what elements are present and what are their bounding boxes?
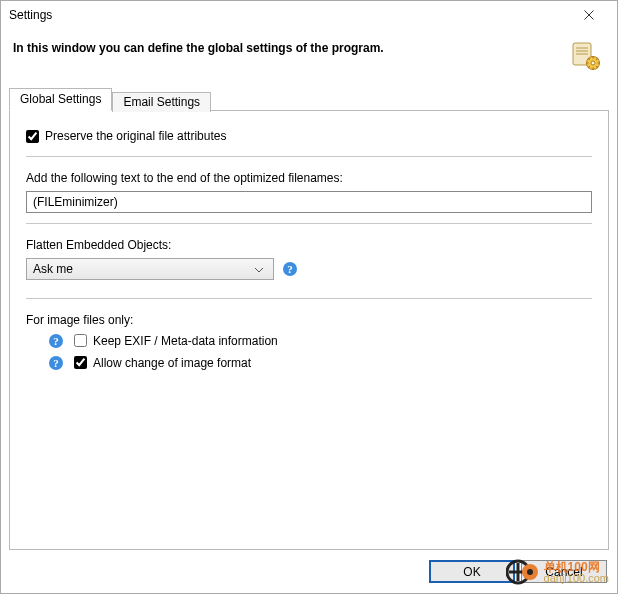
header-text: In this window you can define the global…: [13, 39, 569, 55]
divider: [26, 298, 592, 299]
tabs-region: Global Settings Email Settings Preserve …: [9, 89, 609, 550]
close-button[interactable]: [569, 3, 609, 27]
keep-exif-input[interactable]: [74, 334, 87, 347]
ok-button-label: OK: [463, 565, 480, 579]
ok-button[interactable]: OK: [429, 560, 515, 583]
cancel-button-label: Cancel: [545, 565, 582, 579]
svg-text:?: ?: [53, 335, 59, 347]
help-icon[interactable]: ?: [48, 355, 64, 371]
tab-global-settings[interactable]: Global Settings: [9, 88, 112, 111]
divider: [26, 223, 592, 224]
preserve-attributes-input[interactable]: [26, 130, 39, 143]
suffix-input[interactable]: [26, 191, 592, 213]
divider: [26, 156, 592, 157]
titlebar: Settings: [1, 1, 617, 29]
keep-exif-checkbox[interactable]: Keep EXIF / Meta-data information: [74, 334, 278, 348]
help-icon[interactable]: ?: [282, 261, 298, 277]
header: In this window you can define the global…: [1, 29, 617, 89]
keep-exif-label: Keep EXIF / Meta-data information: [93, 334, 278, 348]
suffix-label: Add the following text to the end of the…: [26, 171, 343, 185]
allow-change-format-checkbox[interactable]: Allow change of image format: [74, 356, 251, 370]
chevron-down-icon: [251, 262, 267, 276]
tab-label: Email Settings: [123, 95, 200, 109]
settings-gear-icon: [569, 39, 601, 71]
tab-panel-global: Preserve the original file attributes Ad…: [9, 110, 609, 550]
cancel-button[interactable]: Cancel: [521, 560, 607, 583]
preserve-attributes-checkbox[interactable]: Preserve the original file attributes: [26, 129, 226, 143]
svg-point-15: [591, 61, 595, 65]
preserve-attributes-label: Preserve the original file attributes: [45, 129, 226, 143]
allow-change-format-input[interactable]: [74, 356, 87, 369]
svg-text:?: ?: [287, 263, 293, 275]
close-icon: [584, 10, 594, 20]
dialog-footer: OK Cancel 单机100网 danji100.com: [1, 550, 617, 593]
flatten-selected-value: Ask me: [33, 262, 251, 276]
flatten-select[interactable]: Ask me: [26, 258, 274, 280]
help-icon[interactable]: ?: [48, 333, 64, 349]
tabstrip: Global Settings Email Settings: [9, 89, 609, 111]
image-section-heading: For image files only:: [26, 313, 133, 327]
tab-label: Global Settings: [20, 92, 101, 106]
window-title: Settings: [9, 8, 569, 22]
flatten-label: Flatten Embedded Objects:: [26, 238, 171, 252]
allow-change-format-label: Allow change of image format: [93, 356, 251, 370]
svg-text:?: ?: [53, 357, 59, 369]
settings-window: Settings In this window you can define t…: [0, 0, 618, 594]
tab-email-settings[interactable]: Email Settings: [112, 92, 211, 112]
